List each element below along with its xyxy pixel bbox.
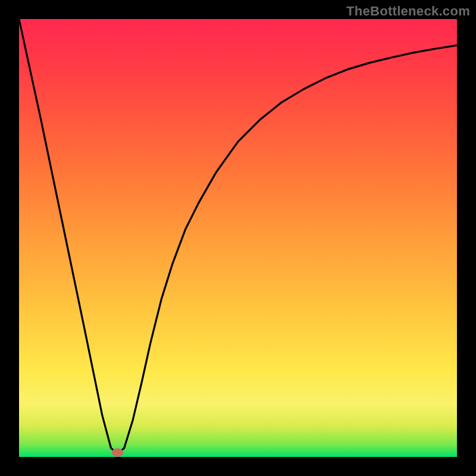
chart-frame: TheBottleneck.com [0, 0, 476, 476]
plot-area [19, 19, 457, 457]
attribution-text: TheBottleneck.com [346, 4, 470, 19]
curve-layer [19, 19, 457, 457]
optimum-marker [112, 448, 123, 457]
bottleneck-curve [19, 19, 457, 453]
